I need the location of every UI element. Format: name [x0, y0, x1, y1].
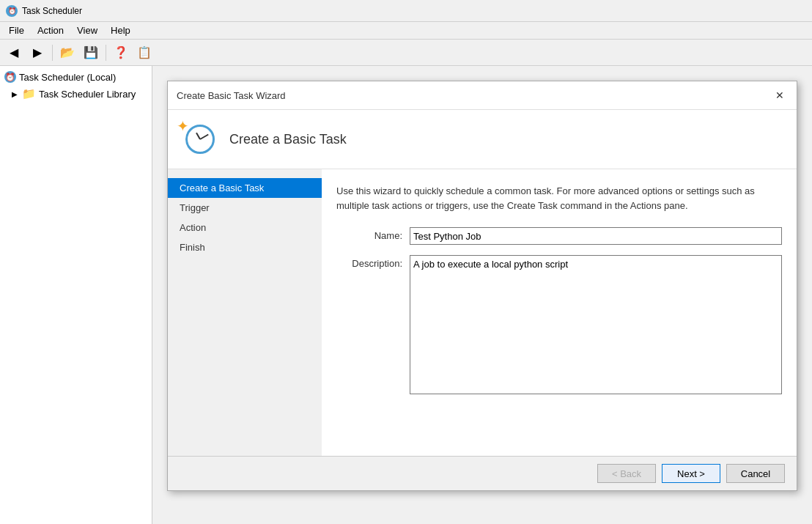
back-button[interactable]: < Back — [597, 464, 656, 483]
menu-help[interactable]: Help — [105, 23, 136, 37]
header-icon-wrapper: ✦ — [182, 122, 218, 157]
dialog-body: Create a Basic Task Trigger Action Finis… — [168, 169, 797, 456]
description-row: Description: — [336, 255, 782, 394]
description-label: Description: — [336, 255, 402, 269]
wizard-description: Use this wizard to quickly schedule a co… — [336, 184, 782, 213]
wizard-step-action[interactable]: Action — [168, 218, 322, 237]
content-area: Create Basic Task Wizard ✕ ✦ Create a Ba… — [152, 66, 812, 524]
dialog-header-title: Create a Basic Task — [229, 132, 347, 147]
dialog-header: ✦ Create a Basic Task — [168, 110, 797, 169]
sidebar-item-library[interactable]: ▶ 📁 Task Scheduler Library — [0, 85, 152, 103]
dialog-footer: < Back Next > Cancel — [168, 456, 797, 490]
toolbar-panel-btn[interactable]: 📋 — [133, 43, 155, 63]
name-label: Name: — [336, 227, 402, 241]
toolbar-separator — [52, 45, 53, 61]
menu-action[interactable]: Action — [32, 23, 70, 37]
clock-icon — [185, 125, 215, 154]
menu-view[interactable]: View — [71, 23, 103, 37]
name-input[interactable] — [410, 227, 782, 245]
main-layout: ⏰ Task Scheduler (Local) ▶ 📁 Task Schedu… — [0, 66, 812, 524]
wizard-step-trigger[interactable]: Trigger — [168, 198, 322, 218]
toolbar-save-btn[interactable]: 💾 — [80, 43, 102, 63]
wizard-content: Use this wizard to quickly schedule a co… — [322, 169, 797, 456]
menu-file[interactable]: File — [3, 23, 30, 37]
wizard-dialog: Create Basic Task Wizard ✕ ✦ Create a Ba… — [167, 81, 797, 491]
toolbar: ◀ ▶ 📂 💾 ❓ 📋 — [0, 40, 812, 66]
toolbar-folder-btn[interactable]: 📂 — [56, 43, 78, 63]
title-bar: ⏰ Task Scheduler — [0, 0, 812, 22]
sidebar-item-root[interactable]: ⏰ Task Scheduler (Local) — [0, 69, 152, 85]
dialog-close-button[interactable]: ✕ — [772, 87, 788, 103]
toolbar-help-btn[interactable]: ❓ — [110, 43, 132, 63]
dialog-title: Create Basic Task Wizard — [177, 90, 286, 101]
expand-icon: ▶ — [12, 90, 18, 98]
name-row: Name: — [336, 227, 782, 245]
wizard-sidebar: Create a Basic Task Trigger Action Finis… — [168, 169, 322, 456]
app-title: Task Scheduler — [22, 6, 82, 16]
sidebar: ⏰ Task Scheduler (Local) ▶ 📁 Task Schedu… — [0, 66, 152, 524]
wizard-step-finish[interactable]: Finish — [168, 237, 322, 257]
app-icon: ⏰ — [6, 5, 18, 17]
sidebar-root-label: Task Scheduler (Local) — [19, 72, 116, 83]
cancel-button[interactable]: Cancel — [726, 464, 785, 483]
dialog-titlebar: Create Basic Task Wizard ✕ — [168, 81, 797, 110]
next-button[interactable]: Next > — [662, 464, 720, 483]
root-icon: ⏰ — [4, 71, 16, 83]
menu-bar: File Action View Help — [0, 22, 812, 40]
description-input[interactable] — [410, 255, 782, 394]
toolbar-forward-btn[interactable]: ▶ — [26, 43, 48, 63]
toolbar-back-btn[interactable]: ◀ — [3, 43, 25, 63]
folder-icon: 📁 — [22, 87, 36, 100]
wizard-step-create[interactable]: Create a Basic Task — [168, 178, 322, 198]
sidebar-library-label: Task Scheduler Library — [39, 89, 136, 100]
clock-hand-min — [200, 134, 209, 140]
toolbar-separator2 — [106, 45, 106, 61]
